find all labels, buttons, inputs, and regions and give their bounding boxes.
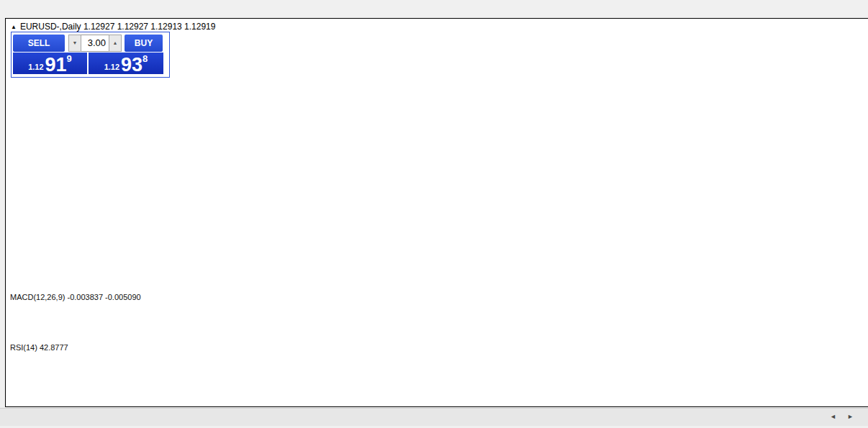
sell-price-small: 1.12 (28, 63, 43, 71)
tabs-scroll-left-icon[interactable]: ◄ (830, 413, 836, 420)
sell-button[interactable]: SELL (13, 35, 65, 52)
chart-title-text: EURUSD-,Daily 1.12927 1.12927 1.12913 1.… (20, 22, 216, 32)
sell-price-pip: 9 (67, 53, 72, 64)
symbol-tab-bar: ◄ ► (0, 408, 868, 426)
macd-label: MACD(12,26,9) -0.003837 -0.005090 (10, 293, 141, 301)
trading-terminal: { "toolbar": { "timeframes": [ {"label":… (0, 0, 868, 428)
tabs-scroll-right-icon[interactable]: ► (847, 413, 854, 420)
volume-input[interactable] (81, 35, 109, 52)
volume-increase-button[interactable]: ▲ (109, 35, 122, 52)
chart-window: ▲EURUSD-,Daily 1.12927 1.12927 1.12913 1… (5, 18, 868, 407)
buy-price-big: 93 (121, 57, 143, 73)
rsi-label: RSI(14) 42.8777 (10, 343, 68, 352)
one-click-trading-panel: SELL ▼ ▲ BUY 1.12 91 9 1.12 93 8 (11, 32, 170, 78)
timeframe-toolbar (0, 0, 868, 17)
sell-price-big: 91 (45, 57, 67, 73)
chart-title: ▲EURUSD-,Daily 1.12927 1.12927 1.12913 1… (11, 22, 215, 32)
buy-price-pip: 8 (143, 53, 148, 64)
sell-price-box[interactable]: 1.12 91 9 (13, 53, 87, 74)
buy-button[interactable]: BUY (125, 35, 163, 52)
buy-price-box[interactable]: 1.12 93 8 (89, 53, 163, 74)
collapse-triangle-icon[interactable]: ▲ (11, 24, 17, 30)
volume-decrease-button[interactable]: ▼ (68, 35, 81, 52)
buy-price-small: 1.12 (104, 63, 119, 71)
